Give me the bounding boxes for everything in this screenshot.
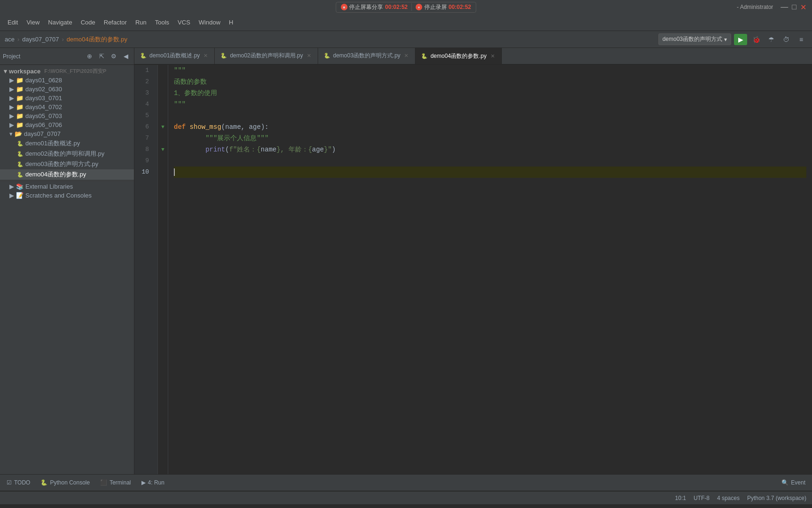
token-fstr-close: }" xyxy=(324,144,332,155)
share-timer: 00:02:52 xyxy=(385,4,407,10)
code-line-8: print(f"姓名：{name}, 年龄：{age}") xyxy=(174,144,806,155)
screen-share-indicator[interactable]: ■ 停止屏幕分享 00:02:52 ● 停止录屏 00:02:52 xyxy=(336,2,476,13)
run-button[interactable]: ▶ xyxy=(734,34,747,45)
bottom-tab-run[interactable]: ▶ 4: Run xyxy=(137,477,169,488)
folder-days01[interactable]: ▶ 📁 days01_0628 xyxy=(0,76,134,85)
folder-icon: 📁 xyxy=(16,95,23,102)
file-demo02[interactable]: 🐍 demo02函数的声明和调用.py xyxy=(0,149,134,159)
debug-button[interactable]: 🐞 xyxy=(750,34,762,45)
stop-record-label[interactable]: 停止录屏 xyxy=(424,3,447,11)
menu-run[interactable]: Run xyxy=(132,17,150,28)
sidebar-tree: ▾ workspace F:\WORK_FTP\2020西安P ▶ 📁 days… xyxy=(0,65,134,474)
code-editor[interactable]: 1 2 3 4 5 6 7 8 9 10 ▼ ▼ xyxy=(134,65,812,474)
bottom-tab-terminal[interactable]: ⬛ Terminal xyxy=(95,477,135,488)
menu-edit[interactable]: Edit xyxy=(4,17,22,28)
file-demo04-active[interactable]: 🐍 demo04函数的参数.py xyxy=(0,169,134,180)
tab-close-button[interactable]: ✕ xyxy=(306,52,312,59)
main-layout: Project ⊕ ⇱ ⚙ ◀ ▾ workspace F:\WORK_FTP\… xyxy=(0,48,812,474)
more-button[interactable]: ≡ xyxy=(795,34,807,45)
folder-icon: 📁 xyxy=(16,112,23,119)
bottom-tab-python-console[interactable]: 🐍 Python Console xyxy=(36,477,94,488)
folder-days02[interactable]: ▶ 📁 days02_0630 xyxy=(0,85,134,94)
line-num-7: 7 xyxy=(134,133,153,144)
menu-vcs[interactable]: VCS xyxy=(174,17,194,28)
folder-days04[interactable]: ▶ 📁 days04_0702 xyxy=(0,103,134,111)
folder-days05[interactable]: ▶ 📁 days05_0703 xyxy=(0,111,134,120)
terminal-icon: ⬛ xyxy=(100,479,107,486)
line-num-10: 10 xyxy=(134,167,153,178)
stop-record-section[interactable]: ● 停止录屏 00:02:52 xyxy=(416,3,471,11)
editor-area: 🐍 demo01函数概述.py ✕ 🐍 demo02函数的声明和调用.py ✕ … xyxy=(134,48,812,474)
token-def: def xyxy=(174,121,190,133)
tab-demo02[interactable]: 🐍 demo02函数的声明和调用.py ✕ xyxy=(215,48,318,64)
sidebar-item-external-libraries[interactable]: ▶ 📚 External Libraries xyxy=(0,182,134,191)
folder-label: days07_0707 xyxy=(24,130,61,137)
gutter-8-fold: ▼ xyxy=(158,144,168,155)
gutter-6-fold: ▼ xyxy=(158,121,168,133)
bottom-tab-todo[interactable]: ☑ TODO xyxy=(2,477,35,488)
tab-close-button[interactable]: ✕ xyxy=(203,52,209,59)
code-content[interactable]: """ 函数的参数 1、参数的使用 """ def show_msg xyxy=(168,65,812,474)
workspace-root[interactable]: ▾ workspace F:\WORK_FTP\2020西安P xyxy=(0,67,134,76)
folder-label: days03_0701 xyxy=(25,95,62,102)
collapse-all-button[interactable]: ⇱ xyxy=(96,51,107,62)
tab-demo03[interactable]: 🐍 demo03函数的声明方式.py ✕ xyxy=(318,48,415,64)
profile-button[interactable]: ⏱ xyxy=(780,34,792,45)
tab-label: demo01函数概述.py xyxy=(149,52,200,60)
gutter-9 xyxy=(158,155,168,167)
maximize-button[interactable]: □ xyxy=(790,3,798,11)
search-icon: 🔍 xyxy=(781,479,789,486)
scope-selector[interactable]: demo03函数的声明方式 ▾ xyxy=(658,33,731,45)
folder-days06[interactable]: ▶ 📁 days06_0706 xyxy=(0,120,134,129)
status-interpreter[interactable]: Python 3.7 (workspace) xyxy=(747,495,806,501)
token: """ xyxy=(174,65,186,76)
menu-tools[interactable]: Tools xyxy=(151,17,173,28)
gutter-7 xyxy=(158,133,168,144)
close-button[interactable]: ✕ xyxy=(798,3,808,12)
status-indent[interactable]: 4 spaces xyxy=(717,495,740,501)
record-timer: 00:02:52 xyxy=(449,4,471,10)
menu-navigate[interactable]: Navigate xyxy=(44,17,76,28)
bottom-tab-todo-label: TODO xyxy=(14,479,30,486)
code-line-2: 函数的参数 xyxy=(174,76,806,87)
stop-share-icon: ■ xyxy=(341,4,347,10)
menu-code[interactable]: Code xyxy=(77,17,99,28)
gutter-4 xyxy=(158,99,168,110)
token: """ xyxy=(174,99,186,110)
tab-close-button[interactable]: ✕ xyxy=(490,53,496,60)
hide-sidebar-button[interactable]: ◀ xyxy=(121,51,131,62)
settings-button[interactable]: ⚙ xyxy=(109,51,119,62)
code-line-5 xyxy=(174,110,806,121)
file-demo03[interactable]: 🐍 demo03函数的声明方式.py xyxy=(0,159,134,169)
tab-py-icon: 🐍 xyxy=(324,53,330,59)
menu-window[interactable]: Window xyxy=(195,17,224,28)
py-file-icon: 🐍 xyxy=(17,161,23,167)
breadcrumb-file[interactable]: demo04函数的参数.py xyxy=(67,35,127,44)
event-log-button[interactable]: 🔍 Event xyxy=(777,477,810,488)
tab-close-button[interactable]: ✕ xyxy=(403,52,409,59)
minimize-button[interactable]: — xyxy=(779,3,790,11)
folder-days03[interactable]: ▶ 📁 days03_0701 xyxy=(0,94,134,103)
menu-refactor[interactable]: Refactor xyxy=(100,17,131,28)
menu-help[interactable]: H xyxy=(225,17,237,28)
breadcrumb-ace[interactable]: ace xyxy=(5,36,15,43)
line-num-8: 8 xyxy=(134,144,153,155)
folder-label: days02_0630 xyxy=(25,86,62,93)
gutter-3 xyxy=(158,87,168,99)
sidebar-toolbar: Project ⊕ ⇱ ⚙ ◀ xyxy=(0,48,134,65)
tab-demo01[interactable]: 🐍 demo01函数概述.py ✕ xyxy=(134,48,215,64)
add-folder-button[interactable]: ⊕ xyxy=(84,51,94,62)
status-position[interactable]: 10:1 xyxy=(675,495,686,501)
coverage-button[interactable]: ☂ xyxy=(765,34,777,45)
tab-demo04[interactable]: 🐍 demo04函数的参数.py ✕ xyxy=(415,48,501,64)
gutter-10 xyxy=(158,167,168,178)
sidebar-item-scratches-consoles[interactable]: ▶ 📝 Scratches and Consoles xyxy=(0,191,134,200)
file-demo01[interactable]: 🐍 demo01函数概述.py xyxy=(0,138,134,149)
line-num-3: 3 xyxy=(134,87,153,99)
breadcrumb-days07[interactable]: days07_0707 xyxy=(22,36,59,43)
stop-share-label[interactable]: 停止屏幕分享 xyxy=(349,3,383,11)
stop-share-section[interactable]: ■ 停止屏幕分享 00:02:52 xyxy=(341,3,407,11)
status-encoding[interactable]: UTF-8 xyxy=(694,495,710,501)
menu-view[interactable]: View xyxy=(23,17,43,28)
folder-days07[interactable]: ▾ 📂 days07_0707 xyxy=(0,129,134,138)
